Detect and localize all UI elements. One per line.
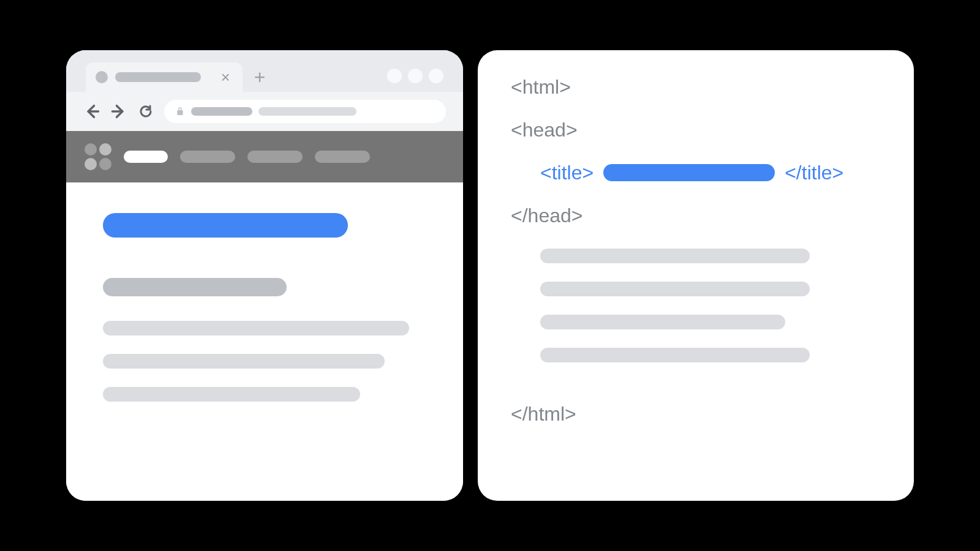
lock-icon — [175, 107, 185, 116]
nav-item[interactable] — [315, 151, 370, 163]
reload-button[interactable] — [137, 103, 154, 120]
tab-favicon — [96, 71, 108, 83]
body-markup-placeholder — [540, 315, 785, 329]
forward-button[interactable] — [110, 103, 127, 120]
code-line-title: <title> </title> — [511, 160, 881, 185]
html-close-tag: </html> — [511, 403, 576, 425]
tab-title — [115, 72, 201, 82]
html-open-tag: <html> — [511, 76, 571, 99]
url-domain-placeholder — [191, 107, 252, 116]
window-controls — [387, 69, 443, 92]
code-body-block — [511, 249, 881, 381]
window-control-close[interactable] — [429, 69, 443, 83]
url-path-placeholder — [258, 107, 356, 116]
head-open-tag: <head> — [511, 119, 578, 141]
body-markup-placeholder — [540, 348, 810, 362]
title-open-tag: <title> — [540, 162, 594, 184]
code-line: </head> — [511, 203, 881, 228]
html-source-panel: <html> <head> <title> </title> </head> <… — [478, 50, 914, 501]
close-icon[interactable]: × — [218, 70, 233, 84]
title-close-tag: </title> — [785, 162, 843, 184]
body-text-placeholder — [103, 321, 409, 335]
body-text-placeholder — [103, 354, 385, 369]
code-line: <html> — [511, 75, 881, 99]
browser-toolbar — [66, 92, 463, 131]
head-close-tag: </head> — [511, 204, 582, 227]
address-bar[interactable] — [164, 100, 446, 123]
window-control-min[interactable] — [387, 69, 402, 83]
site-logo[interactable] — [85, 143, 111, 170]
page-subheading-placeholder — [103, 278, 287, 296]
site-navigation — [66, 131, 463, 182]
browser-tab-bar: × + — [66, 50, 463, 92]
code-line: <head> — [511, 118, 881, 142]
browser-tab[interactable]: × — [86, 62, 243, 92]
back-button[interactable] — [83, 103, 100, 120]
window-control-max[interactable] — [408, 69, 423, 83]
new-tab-button[interactable]: + — [247, 62, 272, 92]
page-content — [66, 182, 463, 501]
page-title-placeholder — [103, 213, 348, 238]
browser-mockup: × + — [66, 50, 463, 501]
body-markup-placeholder — [540, 249, 810, 263]
nav-item[interactable] — [180, 151, 235, 163]
nav-item[interactable] — [247, 151, 303, 163]
nav-item-active[interactable] — [124, 151, 168, 163]
code-line: </html> — [511, 402, 881, 426]
body-text-placeholder — [103, 387, 360, 402]
body-markup-placeholder — [540, 282, 810, 296]
title-content-placeholder — [603, 164, 775, 181]
